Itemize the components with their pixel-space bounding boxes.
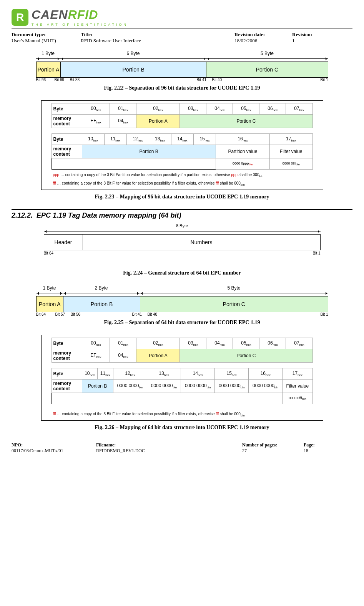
bit-label: Bit 64 [44, 251, 54, 255]
bit-label: Bit 40 [212, 78, 316, 82]
portion-b: Portion B [82, 145, 216, 158]
pages-label: Number of pages: [242, 442, 304, 448]
portion-a: Portion A [37, 296, 64, 312]
fig-223: Byte 00 01 02 03 04 05 06 07 memory cont… [41, 100, 323, 190]
title-value: RFID Software User Interface [81, 38, 234, 44]
portion-a: Portion A [37, 62, 61, 77]
bit-label: Bit 57 [55, 312, 71, 316]
mem-label: memory content [52, 115, 82, 128]
section-title: 2.12.2. EPC 1.19 Tag Data memory mapping… [12, 211, 352, 220]
fig-226-caption: Fig. 2.26 – Mapping of 64 bit data struc… [12, 425, 352, 431]
byte-label: 5 Byte [206, 51, 328, 56]
fig-225: 1 Byte 2 Byte 5 Byte Portion A Portion B… [36, 285, 328, 316]
meta-row: Document type: User's Manual (MUT) Title… [12, 32, 352, 44]
bit-label: Bit 64 [36, 312, 55, 316]
note-fff: fff … containing a copy of the 3 Bit Fil… [53, 412, 321, 417]
npo-value: 00117/03:Demox.MUTx/01 [12, 448, 96, 454]
fig-222-caption: Fig. 2.22 – Separation of 96 bit data st… [12, 85, 352, 91]
file-label: Filename: [96, 442, 242, 448]
bit-label: Bit 40 [148, 312, 313, 316]
note-ppp: ppp … containing a copy of the 3 Bit Par… [53, 173, 321, 178]
note-fff: fff … containing a copy of the 3 Bit Fil… [53, 181, 321, 186]
filter-value: Filter value [283, 380, 312, 393]
section-divider [12, 209, 352, 210]
byte-label: Byte [52, 103, 82, 115]
page-value: 18 [304, 448, 315, 454]
bit-label: Bit 89 [55, 78, 70, 82]
portion-c: Portion C [140, 296, 327, 312]
npo-label: NPO: [12, 442, 96, 448]
portion-a: Portion A [136, 115, 180, 128]
bit-label: Bit 96 [36, 78, 55, 82]
portion-c: Portion C [206, 62, 327, 77]
portion-b: Portion B [61, 62, 206, 77]
fig-224: 8 Byte Header Numbers Bit 64 Bit 1 [44, 223, 321, 255]
fig-226: Byte 00 01 02 03 04 05 06 07 memory cont… [41, 335, 323, 421]
byte-label: 1 Byte [36, 285, 63, 291]
fig-222: 1 Byte 6 Byte 5 Byte Portion A Portion B… [36, 51, 328, 82]
page-label: Page: [304, 442, 315, 448]
pages-value: 27 [242, 448, 304, 454]
revision-label: Revision: [292, 32, 323, 38]
rev-date-value: 18/02/2006 [234, 38, 292, 44]
portion-c: Portion C [180, 115, 312, 128]
logo-text: CAENRFID THE ART OF IDENTIFICATION [32, 8, 128, 27]
filter-value: Filter value [269, 145, 312, 158]
fig-223-caption: Fig. 2.23 – Mapping of 96 bit data struc… [12, 194, 352, 200]
byte-label: 5 Byte [140, 285, 328, 291]
bit-label: Bit 1 [316, 78, 328, 82]
byte-label: 6 Byte [60, 51, 206, 56]
footer: NPO: 00117/03:Demox.MUTx/01 Filename: RF… [12, 442, 352, 454]
portion-b: Portion B [63, 296, 140, 312]
portion-a: Portion A [136, 349, 180, 363]
rev-date-label: Revision date: [234, 32, 292, 38]
file-value: RFIDDEMO_REV1.DOC [96, 448, 242, 454]
doc-type-label: Document type: [12, 32, 81, 38]
logo-sub: THE ART OF IDENTIFICATION [32, 23, 128, 27]
byte-label: 8 Byte [44, 223, 321, 228]
logo-bar: R CAENRFID THE ART OF IDENTIFICATION [12, 8, 352, 28]
bit-label: Bit 41 [132, 312, 148, 316]
logo-main-1: CAEN [32, 8, 68, 22]
fig-224-caption: Fig. 2.24 – General structure of 64 bit … [12, 270, 352, 276]
fig-225-caption: Fig. 2.25 – Separation of 64 bit data st… [12, 320, 352, 326]
revision-value: 1 [292, 38, 323, 44]
bit-label: Bit 1 [313, 312, 328, 316]
partition-value: Partition value [216, 145, 269, 158]
bit-label: Bit 88 [70, 78, 197, 82]
title-label: Title: [81, 32, 234, 38]
byte-label: 1 Byte [36, 51, 60, 56]
byte-label: 2 Byte [63, 285, 140, 291]
header-cell: Header [44, 235, 83, 250]
doc-type-value: User's Manual (MUT) [12, 38, 81, 44]
bit-label: Bit 41 [197, 78, 212, 82]
bit-label: Bit 1 [312, 251, 320, 255]
portion-b: Portion B [82, 380, 113, 393]
portion-c: Portion C [180, 349, 312, 363]
logo-main-2: RFID [68, 8, 98, 22]
logo-r-icon: R [12, 9, 28, 26]
numbers-cell: Numbers [83, 235, 320, 250]
bit-label: Bit 56 [71, 312, 132, 316]
